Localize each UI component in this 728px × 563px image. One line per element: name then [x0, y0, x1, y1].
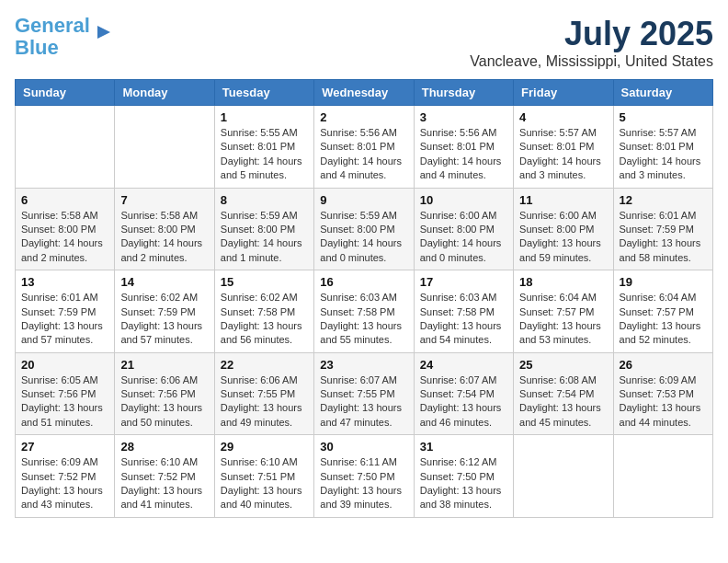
day-number: 19 — [620, 275, 707, 289]
day-number: 21 — [120, 358, 208, 372]
day-info: Sunrise: 6:07 AM Sunset: 7:54 PM Dayligh… — [420, 373, 507, 431]
calendar-header-saturday: Saturday — [613, 80, 712, 106]
calendar-cell: 27Sunrise: 6:09 AM Sunset: 7:52 PM Dayli… — [16, 435, 115, 518]
day-info: Sunrise: 6:00 AM Sunset: 8:00 PM Dayligh… — [420, 209, 507, 266]
page-subtitle: Vancleave, Mississippi, United States — [470, 53, 713, 70]
day-info: Sunrise: 6:03 AM Sunset: 7:58 PM Dayligh… — [420, 291, 507, 348]
day-info: Sunrise: 6:02 AM Sunset: 7:59 PM Dayligh… — [120, 291, 208, 348]
day-info: Sunrise: 6:09 AM Sunset: 7:52 PM Dayligh… — [21, 455, 108, 512]
day-info: Sunrise: 6:01 AM Sunset: 7:59 PM Dayligh… — [620, 209, 707, 266]
day-number: 29 — [221, 440, 308, 454]
page-title: July 2025 — [470, 15, 713, 53]
calendar-cell: 13Sunrise: 6:01 AM Sunset: 7:59 PM Dayli… — [16, 270, 115, 353]
calendar-week-row: 6Sunrise: 5:58 AM Sunset: 8:00 PM Daylig… — [16, 188, 713, 270]
day-number: 2 — [320, 110, 407, 124]
calendar-header-row: SundayMondayTuesdayWednesdayThursdayFrid… — [16, 80, 713, 106]
calendar-cell: 3Sunrise: 5:56 AM Sunset: 8:01 PM Daylig… — [414, 106, 513, 189]
day-number: 31 — [420, 440, 507, 454]
day-info: Sunrise: 6:11 AM Sunset: 7:50 PM Dayligh… — [320, 455, 407, 512]
calendar-cell: 9Sunrise: 5:59 AM Sunset: 8:00 PM Daylig… — [314, 188, 414, 270]
calendar-cell — [514, 435, 613, 518]
calendar-cell: 18Sunrise: 6:04 AM Sunset: 7:57 PM Dayli… — [514, 270, 613, 353]
day-number: 16 — [320, 275, 407, 289]
day-info: Sunrise: 5:59 AM Sunset: 8:00 PM Dayligh… — [221, 209, 308, 266]
calendar-cell: 15Sunrise: 6:02 AM Sunset: 7:58 PM Dayli… — [214, 270, 313, 353]
day-info: Sunrise: 6:12 AM Sunset: 7:50 PM Dayligh… — [420, 455, 507, 512]
calendar-week-row: 13Sunrise: 6:01 AM Sunset: 7:59 PM Dayli… — [16, 270, 713, 353]
day-info: Sunrise: 6:04 AM Sunset: 7:57 PM Dayligh… — [519, 291, 607, 348]
calendar-cell: 8Sunrise: 5:59 AM Sunset: 8:00 PM Daylig… — [214, 188, 313, 270]
header: General Blue July 2025 Vancleave, Missis… — [15, 15, 713, 70]
calendar-cell: 20Sunrise: 6:05 AM Sunset: 7:56 PM Dayli… — [16, 352, 115, 435]
calendar-cell: 29Sunrise: 6:10 AM Sunset: 7:51 PM Dayli… — [214, 435, 313, 518]
day-number: 9 — [320, 193, 407, 207]
calendar-cell: 23Sunrise: 6:07 AM Sunset: 7:55 PM Dayli… — [314, 352, 414, 435]
calendar-week-row: 20Sunrise: 6:05 AM Sunset: 7:56 PM Dayli… — [16, 352, 713, 435]
calendar-cell: 2Sunrise: 5:56 AM Sunset: 8:01 PM Daylig… — [314, 106, 414, 189]
calendar-header-tuesday: Tuesday — [214, 80, 313, 106]
calendar-cell: 5Sunrise: 5:57 AM Sunset: 8:01 PM Daylig… — [613, 106, 712, 189]
calendar-cell: 7Sunrise: 5:58 AM Sunset: 8:00 PM Daylig… — [115, 188, 214, 270]
calendar-cell: 16Sunrise: 6:03 AM Sunset: 7:58 PM Dayli… — [314, 270, 414, 353]
day-info: Sunrise: 6:00 AM Sunset: 8:00 PM Dayligh… — [519, 209, 607, 266]
calendar-cell: 30Sunrise: 6:11 AM Sunset: 7:50 PM Dayli… — [314, 435, 414, 518]
svg-marker-0 — [97, 26, 110, 39]
day-number: 22 — [221, 358, 308, 372]
calendar-header-friday: Friday — [514, 80, 613, 106]
day-number: 1 — [221, 110, 308, 124]
calendar-cell: 22Sunrise: 6:06 AM Sunset: 7:55 PM Dayli… — [214, 352, 313, 435]
logo-arrow-icon — [94, 22, 114, 42]
calendar-cell: 12Sunrise: 6:01 AM Sunset: 7:59 PM Dayli… — [613, 188, 712, 270]
day-info: Sunrise: 5:57 AM Sunset: 8:01 PM Dayligh… — [519, 126, 607, 183]
calendar-cell: 19Sunrise: 6:04 AM Sunset: 7:57 PM Dayli… — [613, 270, 712, 353]
day-info: Sunrise: 5:56 AM Sunset: 8:01 PM Dayligh… — [420, 126, 507, 183]
calendar-cell — [115, 106, 214, 189]
day-number: 7 — [120, 193, 208, 207]
day-info: Sunrise: 6:06 AM Sunset: 7:55 PM Dayligh… — [221, 373, 308, 431]
day-number: 13 — [21, 275, 108, 289]
calendar-cell: 6Sunrise: 5:58 AM Sunset: 8:00 PM Daylig… — [16, 188, 115, 270]
day-info: Sunrise: 6:06 AM Sunset: 7:56 PM Dayligh… — [120, 373, 208, 431]
day-info: Sunrise: 6:01 AM Sunset: 7:59 PM Dayligh… — [21, 291, 108, 348]
calendar: SundayMondayTuesdayWednesdayThursdayFrid… — [15, 79, 713, 518]
calendar-cell: 1Sunrise: 5:55 AM Sunset: 8:01 PM Daylig… — [214, 106, 313, 189]
day-number: 3 — [420, 110, 507, 124]
day-info: Sunrise: 6:02 AM Sunset: 7:58 PM Dayligh… — [221, 291, 308, 348]
calendar-header-thursday: Thursday — [414, 80, 513, 106]
calendar-header-sunday: Sunday — [16, 80, 115, 106]
day-number: 5 — [620, 110, 707, 124]
calendar-cell: 21Sunrise: 6:06 AM Sunset: 7:56 PM Dayli… — [115, 352, 214, 435]
calendar-week-row: 27Sunrise: 6:09 AM Sunset: 7:52 PM Dayli… — [16, 435, 713, 518]
day-info: Sunrise: 6:09 AM Sunset: 7:53 PM Dayligh… — [620, 373, 707, 431]
day-number: 8 — [221, 193, 308, 207]
day-info: Sunrise: 5:57 AM Sunset: 8:01 PM Dayligh… — [620, 126, 707, 183]
day-info: Sunrise: 5:56 AM Sunset: 8:01 PM Dayligh… — [320, 126, 407, 183]
day-number: 30 — [320, 440, 407, 454]
day-number: 14 — [120, 275, 208, 289]
day-info: Sunrise: 5:59 AM Sunset: 8:00 PM Dayligh… — [320, 209, 407, 266]
logo: General Blue — [15, 15, 114, 59]
day-number: 10 — [420, 193, 507, 207]
title-area: July 2025 Vancleave, Mississippi, United… — [470, 15, 713, 70]
day-info: Sunrise: 6:10 AM Sunset: 7:52 PM Dayligh… — [120, 455, 208, 512]
day-number: 12 — [620, 193, 707, 207]
calendar-cell: 4Sunrise: 5:57 AM Sunset: 8:01 PM Daylig… — [514, 106, 613, 189]
day-info: Sunrise: 6:07 AM Sunset: 7:55 PM Dayligh… — [320, 373, 407, 431]
day-number: 24 — [420, 358, 507, 372]
day-info: Sunrise: 5:58 AM Sunset: 8:00 PM Dayligh… — [120, 209, 208, 266]
calendar-cell: 11Sunrise: 6:00 AM Sunset: 8:00 PM Dayli… — [514, 188, 613, 270]
calendar-cell: 28Sunrise: 6:10 AM Sunset: 7:52 PM Dayli… — [115, 435, 214, 518]
day-number: 18 — [519, 275, 607, 289]
logo-text: General Blue — [15, 15, 90, 59]
day-info: Sunrise: 5:58 AM Sunset: 8:00 PM Dayligh… — [21, 209, 108, 266]
day-number: 27 — [21, 440, 108, 454]
calendar-cell: 14Sunrise: 6:02 AM Sunset: 7:59 PM Dayli… — [115, 270, 214, 353]
calendar-cell: 25Sunrise: 6:08 AM Sunset: 7:54 PM Dayli… — [514, 352, 613, 435]
calendar-cell: 26Sunrise: 6:09 AM Sunset: 7:53 PM Dayli… — [613, 352, 712, 435]
day-number: 17 — [420, 275, 507, 289]
calendar-cell: 31Sunrise: 6:12 AM Sunset: 7:50 PM Dayli… — [414, 435, 513, 518]
day-number: 26 — [620, 358, 707, 372]
day-number: 20 — [21, 358, 108, 372]
day-info: Sunrise: 6:03 AM Sunset: 7:58 PM Dayligh… — [320, 291, 407, 348]
calendar-week-row: 1Sunrise: 5:55 AM Sunset: 8:01 PM Daylig… — [16, 106, 713, 189]
